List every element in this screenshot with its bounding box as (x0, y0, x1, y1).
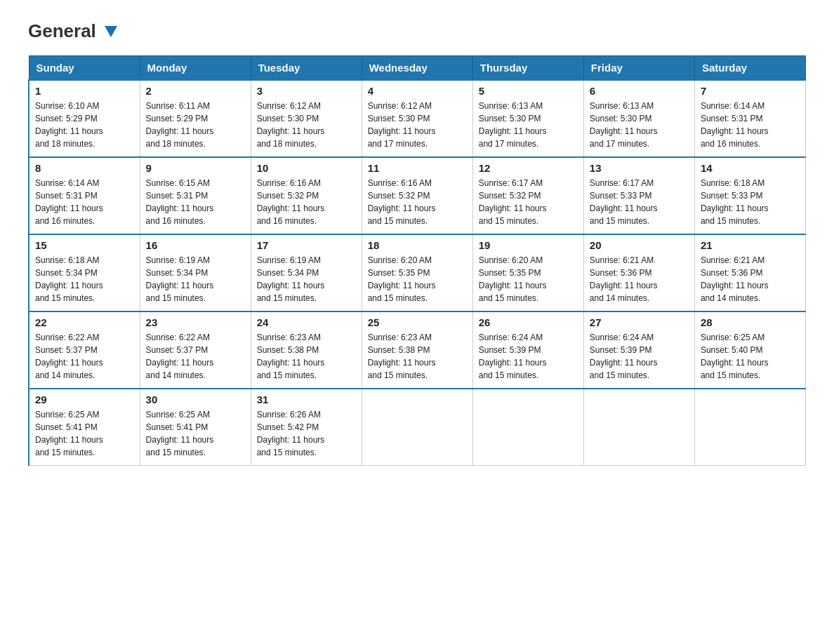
day-info: Sunrise: 6:18 AMSunset: 5:34 PMDaylight:… (35, 254, 134, 304)
logo-arrow-icon (105, 26, 117, 39)
day-number: 28 (701, 316, 800, 328)
day-info: Sunrise: 6:24 AMSunset: 5:39 PMDaylight:… (479, 331, 578, 382)
calendar-cell: 19Sunrise: 6:20 AMSunset: 5:35 PMDayligh… (472, 234, 583, 311)
day-number: 8 (35, 162, 134, 174)
calendar-cell (694, 389, 805, 466)
day-number: 19 (479, 239, 578, 251)
calendar-cell: 11Sunrise: 6:16 AMSunset: 5:32 PMDayligh… (362, 157, 472, 234)
calendar-cell: 18Sunrise: 6:20 AMSunset: 5:35 PMDayligh… (362, 234, 472, 311)
calendar-cell: 7Sunrise: 6:14 AMSunset: 5:31 PMDaylight… (694, 80, 805, 157)
day-number: 11 (368, 162, 467, 174)
day-info: Sunrise: 6:24 AMSunset: 5:39 PMDaylight:… (590, 331, 689, 382)
day-number: 16 (146, 239, 245, 251)
day-info: Sunrise: 6:26 AMSunset: 5:42 PMDaylight:… (257, 408, 356, 459)
calendar-cell: 31Sunrise: 6:26 AMSunset: 5:42 PMDayligh… (251, 389, 362, 466)
calendar-cell: 21Sunrise: 6:21 AMSunset: 5:36 PMDayligh… (694, 234, 805, 311)
day-info: Sunrise: 6:13 AMSunset: 5:30 PMDaylight:… (479, 100, 578, 150)
calendar-cell: 15Sunrise: 6:18 AMSunset: 5:34 PMDayligh… (29, 234, 140, 311)
col-friday: Friday (583, 55, 694, 80)
logo-line1: General (28, 21, 104, 41)
day-number: 3 (257, 85, 356, 97)
day-number: 26 (479, 316, 578, 328)
day-number: 24 (257, 316, 356, 328)
day-number: 9 (146, 162, 245, 174)
day-info: Sunrise: 6:13 AMSunset: 5:30 PMDaylight:… (590, 100, 689, 150)
calendar-cell: 6Sunrise: 6:13 AMSunset: 5:30 PMDaylight… (583, 80, 694, 157)
day-info: Sunrise: 6:23 AMSunset: 5:38 PMDaylight:… (368, 331, 467, 382)
day-info: Sunrise: 6:22 AMSunset: 5:37 PMDaylight:… (35, 331, 134, 382)
day-info: Sunrise: 6:14 AMSunset: 5:31 PMDaylight:… (701, 100, 800, 150)
calendar-cell: 29Sunrise: 6:25 AMSunset: 5:41 PMDayligh… (29, 389, 140, 466)
col-sunday: Sunday (29, 55, 140, 80)
day-number: 1 (35, 85, 134, 97)
day-number: 2 (146, 85, 245, 97)
calendar-cell: 25Sunrise: 6:23 AMSunset: 5:38 PMDayligh… (362, 311, 472, 389)
calendar-cell: 2Sunrise: 6:11 AMSunset: 5:29 PMDaylight… (140, 80, 251, 157)
col-wednesday: Wednesday (362, 55, 472, 80)
day-info: Sunrise: 6:10 AMSunset: 5:29 PMDaylight:… (35, 100, 134, 150)
calendar-cell: 8Sunrise: 6:14 AMSunset: 5:31 PMDaylight… (29, 157, 140, 234)
day-number: 10 (257, 162, 356, 174)
day-number: 4 (368, 85, 467, 97)
day-info: Sunrise: 6:22 AMSunset: 5:37 PMDaylight:… (146, 331, 245, 382)
calendar-cell (583, 389, 694, 466)
header-row: Sunday Monday Tuesday Wednesday Thursday… (29, 55, 806, 80)
calendar-cell: 12Sunrise: 6:17 AMSunset: 5:32 PMDayligh… (472, 157, 583, 234)
day-number: 20 (590, 239, 689, 251)
day-info: Sunrise: 6:21 AMSunset: 5:36 PMDaylight:… (701, 254, 800, 304)
calendar-cell: 10Sunrise: 6:16 AMSunset: 5:32 PMDayligh… (251, 157, 362, 234)
day-info: Sunrise: 6:25 AMSunset: 5:41 PMDaylight:… (35, 408, 134, 459)
calendar-cell: 3Sunrise: 6:12 AMSunset: 5:30 PMDaylight… (251, 80, 362, 157)
col-monday: Monday (140, 55, 251, 80)
day-number: 6 (590, 85, 689, 97)
calendar-week-row: 8Sunrise: 6:14 AMSunset: 5:31 PMDaylight… (29, 157, 806, 234)
day-info: Sunrise: 6:15 AMSunset: 5:31 PMDaylight:… (146, 177, 245, 227)
day-number: 31 (257, 394, 356, 405)
day-number: 12 (479, 162, 578, 174)
day-number: 17 (257, 239, 356, 251)
calendar-week-row: 15Sunrise: 6:18 AMSunset: 5:34 PMDayligh… (29, 234, 806, 311)
day-number: 21 (701, 239, 800, 251)
calendar-cell: 17Sunrise: 6:19 AMSunset: 5:34 PMDayligh… (251, 234, 362, 311)
calendar-cell: 9Sunrise: 6:15 AMSunset: 5:31 PMDaylight… (140, 157, 251, 234)
day-info: Sunrise: 6:25 AMSunset: 5:41 PMDaylight:… (146, 408, 245, 459)
day-info: Sunrise: 6:12 AMSunset: 5:30 PMDaylight:… (368, 100, 467, 150)
calendar-cell (362, 389, 472, 466)
calendar-cell: 28Sunrise: 6:25 AMSunset: 5:40 PMDayligh… (694, 311, 805, 389)
day-number: 7 (701, 85, 800, 97)
day-info: Sunrise: 6:17 AMSunset: 5:32 PMDaylight:… (479, 177, 578, 227)
calendar-table: Sunday Monday Tuesday Wednesday Thursday… (28, 55, 806, 467)
day-number: 25 (368, 316, 467, 328)
day-info: Sunrise: 6:17 AMSunset: 5:33 PMDaylight:… (590, 177, 689, 227)
day-info: Sunrise: 6:21 AMSunset: 5:36 PMDaylight:… (590, 254, 689, 304)
calendar-cell: 27Sunrise: 6:24 AMSunset: 5:39 PMDayligh… (583, 311, 694, 389)
day-number: 30 (146, 394, 245, 405)
day-info: Sunrise: 6:16 AMSunset: 5:32 PMDaylight:… (368, 177, 467, 227)
page-header: General (28, 21, 806, 41)
calendar-cell: 30Sunrise: 6:25 AMSunset: 5:41 PMDayligh… (140, 389, 251, 466)
day-number: 27 (590, 316, 689, 328)
calendar-cell: 20Sunrise: 6:21 AMSunset: 5:36 PMDayligh… (583, 234, 694, 311)
day-number: 15 (35, 239, 134, 251)
day-info: Sunrise: 6:25 AMSunset: 5:40 PMDaylight:… (701, 331, 800, 382)
calendar-cell: 16Sunrise: 6:19 AMSunset: 5:34 PMDayligh… (140, 234, 251, 311)
day-number: 5 (479, 85, 578, 97)
calendar-cell: 24Sunrise: 6:23 AMSunset: 5:38 PMDayligh… (251, 311, 362, 389)
logo: General (28, 21, 104, 41)
calendar-body: 1Sunrise: 6:10 AMSunset: 5:29 PMDaylight… (29, 80, 806, 466)
calendar-cell: 5Sunrise: 6:13 AMSunset: 5:30 PMDaylight… (472, 80, 583, 157)
calendar-cell: 1Sunrise: 6:10 AMSunset: 5:29 PMDaylight… (29, 80, 140, 157)
day-info: Sunrise: 6:20 AMSunset: 5:35 PMDaylight:… (368, 254, 467, 304)
calendar-header: Sunday Monday Tuesday Wednesday Thursday… (29, 55, 806, 80)
col-saturday: Saturday (694, 55, 805, 80)
day-info: Sunrise: 6:20 AMSunset: 5:35 PMDaylight:… (479, 254, 578, 304)
calendar-cell: 23Sunrise: 6:22 AMSunset: 5:37 PMDayligh… (140, 311, 251, 389)
day-info: Sunrise: 6:16 AMSunset: 5:32 PMDaylight:… (257, 177, 356, 227)
day-number: 22 (35, 316, 134, 328)
calendar-week-row: 1Sunrise: 6:10 AMSunset: 5:29 PMDaylight… (29, 80, 806, 157)
day-number: 23 (146, 316, 245, 328)
day-info: Sunrise: 6:18 AMSunset: 5:33 PMDaylight:… (701, 177, 800, 227)
day-info: Sunrise: 6:14 AMSunset: 5:31 PMDaylight:… (35, 177, 134, 227)
day-info: Sunrise: 6:23 AMSunset: 5:38 PMDaylight:… (257, 331, 356, 382)
calendar-cell: 14Sunrise: 6:18 AMSunset: 5:33 PMDayligh… (694, 157, 805, 234)
